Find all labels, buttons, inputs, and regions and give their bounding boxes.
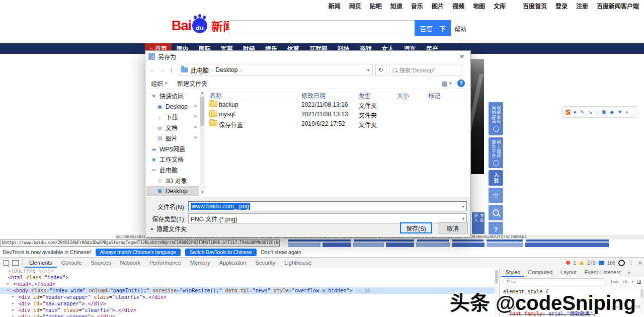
sidebar-item[interactable]: ☁WPS网盘 <box>146 143 199 154</box>
tab-network[interactable]: Network <box>116 258 145 268</box>
promo-tile[interactable]: 进入 专区 <box>472 212 485 234</box>
funnel-icon[interactable]: ▼ <box>617 110 622 115</box>
organize-button[interactable]: 组织 ▾ <box>151 79 167 88</box>
dom-node[interactable]: ▼<body class="index wide" onload="pageIn… <box>0 287 499 294</box>
hover-toggle[interactable]: :hov <box>610 279 618 284</box>
collapse-arrow-icon[interactable]: ▶ <box>7 281 9 287</box>
css-property[interactable]: font-family: arial,"微软雅黑"; <box>503 310 640 317</box>
dialog-search-box[interactable]: 搜索"Desktop" <box>389 64 462 76</box>
top-link[interactable]: 注册 <box>576 2 588 10</box>
tab-application[interactable]: Application <box>215 258 251 268</box>
dismiss-link[interactable]: Don't show again <box>261 249 301 255</box>
issues-icon[interactable] <box>599 261 604 265</box>
baidu-news-logo[interactable]: Bai du 新闻 <box>172 17 234 34</box>
up-icon[interactable]: ↑ <box>168 66 175 74</box>
chevron-down-icon[interactable]: ▾ <box>367 67 369 72</box>
tab-event-listeners[interactable]: Event Listeners <box>581 268 625 277</box>
rect-icon[interactable]: ▣ <box>602 110 606 115</box>
element-style-rule[interactable]: element.style { <box>503 288 640 295</box>
collapse-arrow-icon[interactable]: ▶ <box>12 294 14 300</box>
sidebar-item[interactable]: ▤文档⚑ <box>146 122 199 133</box>
class-toggle[interactable]: .cls <box>621 279 628 284</box>
ellipse-icon[interactable]: ● <box>574 110 577 115</box>
sidebar-item[interactable]: ▣Desktop⚑ <box>146 101 199 112</box>
dom-node[interactable]: <html class="index"> <box>0 274 499 281</box>
device-toolbar-icon[interactable] <box>12 260 19 266</box>
scrollbar-thumb[interactable] <box>640 289 643 298</box>
warning-icon[interactable] <box>579 261 584 265</box>
sidebar-item[interactable]: ★快速访问 <box>146 91 199 101</box>
down-arrow-icon[interactable]: ↓ <box>596 110 598 115</box>
top-link[interactable]: 图片 <box>432 2 444 10</box>
forward-icon[interactable]: → <box>158 66 166 74</box>
more-tabs-icon[interactable]: » <box>625 268 633 277</box>
file-row[interactable]: mysql2021/11/08 13:13文件夹 <box>205 110 468 119</box>
top-link[interactable]: 视频 <box>452 2 464 10</box>
tab-security[interactable]: Security <box>251 258 280 268</box>
pen-icon[interactable]: ✎ <box>580 110 584 115</box>
file-row[interactable]: backup2021/11/08 13:16文件夹 <box>205 100 468 110</box>
filename-input[interactable]: www.baidu.com_.png ▾ <box>188 201 467 211</box>
arrow-icon[interactable]: ↘ <box>588 110 592 115</box>
top-link[interactable]: 百度新闻客户端 <box>597 2 639 10</box>
cancel-button[interactable]: 取消 <box>438 222 468 233</box>
top-link[interactable]: 新闻 <box>329 2 341 10</box>
file-row[interactable]: 保存位置2019/6/22 17:52文件夹 <box>205 119 468 129</box>
tab-elements[interactable]: Elements <box>25 258 57 268</box>
breadcrumb-folder[interactable]: Desktop <box>215 66 237 73</box>
rule-source-link[interactable]: min.css:169 <box>610 304 640 310</box>
more-icon[interactable]: ⋮ <box>628 259 634 266</box>
column-header[interactable]: 名称 <box>210 91 222 100</box>
switch-chinese-button[interactable]: Switch DevTools to Chinese <box>185 249 257 256</box>
scrollbar-thumb[interactable] <box>495 270 498 284</box>
close-icon[interactable]: × <box>456 52 467 60</box>
tab-memory[interactable]: Memory <box>186 258 215 268</box>
top-link[interactable]: 百度首页 <box>523 2 547 10</box>
search-input[interactable] <box>229 20 419 36</box>
sidebar-item[interactable]: ◇3D 对象 <box>146 175 199 186</box>
column-header[interactable]: 大小 <box>397 91 409 100</box>
sidebar-item[interactable]: ▨图片⚑ <box>146 133 199 143</box>
top-link[interactable]: 贴吧 <box>370 2 382 10</box>
column-header[interactable]: 修改日期 <box>301 91 326 100</box>
new-folder-button[interactable]: 新建文件夹 <box>177 79 207 88</box>
breadcrumb-root[interactable]: 此电脑 <box>191 66 209 74</box>
tab-performance[interactable]: Performance <box>145 258 186 268</box>
elements-scrollbar[interactable] <box>495 269 499 316</box>
dialog-titlebar[interactable]: 另存为 × <box>145 51 470 62</box>
dom-node[interactable]: ▶<div id="main" class="clearfix">…</div> <box>0 307 499 313</box>
top-link[interactable]: 网页 <box>349 2 361 10</box>
tab-styles[interactable]: Styles <box>502 268 524 277</box>
sidebar-item[interactable]: ▣Desktop <box>146 186 199 196</box>
tab-lighthouse[interactable]: Lighthouse <box>280 258 316 268</box>
sidebar-item[interactable]: ▭此电脑 <box>146 165 199 175</box>
filetype-select[interactable]: PNG 文件 (*.png) ▾ <box>188 213 467 223</box>
grid-icon[interactable] <box>637 280 641 284</box>
back-icon[interactable]: ← <box>149 66 156 74</box>
save-button[interactable]: 保存(S) <box>400 222 432 233</box>
top-link[interactable]: 文库 <box>494 2 506 10</box>
dom-node[interactable]: ▶<div id="nav-wrapper">…</div> <box>0 300 499 307</box>
scroll-up-icon[interactable]: ▲ <box>200 91 205 94</box>
widget-duty-button[interactable]: 服务平台网上值班 <box>489 137 503 168</box>
sidebar-item[interactable]: ◆工作文档 <box>146 154 199 165</box>
top-link[interactable]: 地图 <box>473 2 485 10</box>
dom-node[interactable]: ▶<head>…</head> <box>0 281 499 287</box>
widget-join-button[interactable]: 入驻 <box>489 170 503 186</box>
square-icon[interactable]: ▪ <box>626 110 628 115</box>
column-header[interactable]: 类型 <box>359 91 371 100</box>
help-link[interactable]: 帮助 <box>454 25 466 33</box>
breadcrumb[interactable]: 此电脑 › Desktop › ▾ <box>178 64 373 76</box>
views-button[interactable]: ▦ ▾ <box>442 80 451 87</box>
marker-icon[interactable]: ◆ <box>610 110 614 115</box>
new-rule-button[interactable]: + <box>631 279 634 284</box>
column-header[interactable]: 标记 <box>428 91 440 100</box>
tab-layout[interactable]: Layout <box>556 268 581 277</box>
dom-node[interactable]: ▶<div id="footer-wrapper">…</div> <box>0 313 499 317</box>
scrollbar-thumb[interactable] <box>200 97 204 126</box>
chevron-down-icon[interactable]: ▾ <box>462 204 464 209</box>
top-link[interactable]: 音乐 <box>411 2 423 10</box>
tab-console[interactable]: Console <box>57 258 86 268</box>
inspect-icon[interactable] <box>4 260 9 266</box>
collapse-arrow-icon[interactable]: ▶ <box>12 313 14 317</box>
